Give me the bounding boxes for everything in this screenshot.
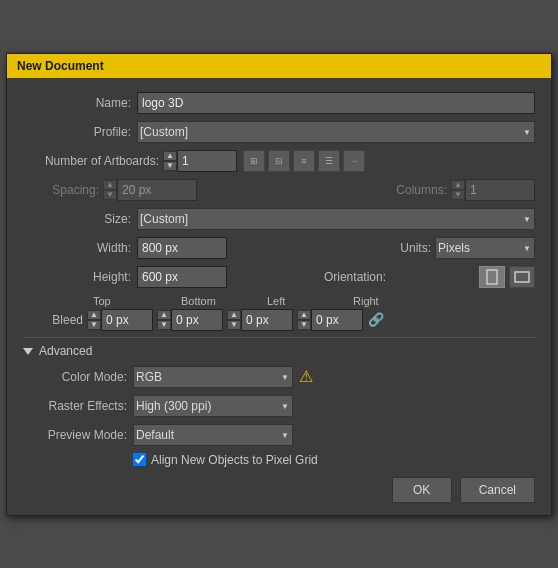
width-input[interactable]: [137, 237, 227, 259]
bleed-right-field: ▲ ▼: [297, 309, 363, 331]
raster-select[interactable]: High (300 ppi) Medium (150 ppi) Screen (…: [133, 395, 293, 417]
artboards-row: Number of Artboards: ▲ ▼ ⊞ ⊟ ≡ ☰ →: [23, 150, 535, 172]
bleed-bottom-stepper: ▲ ▼: [157, 310, 171, 330]
name-row: Name:: [23, 92, 535, 114]
columns-input[interactable]: [465, 179, 535, 201]
preview-row: Preview Mode: Default Pixel Overprint: [23, 424, 535, 446]
cancel-button[interactable]: Cancel: [460, 477, 535, 503]
bleed-link-icon[interactable]: 🔗: [367, 311, 385, 329]
artboards-stepper-btns: ▲ ▼: [163, 151, 177, 171]
bleed-top-down[interactable]: ▼: [87, 320, 101, 330]
spacing-input[interactable]: [117, 179, 197, 201]
profile-select-wrap: [Custom] Web Print: [137, 121, 535, 143]
columns-stepper: ▲ ▼: [451, 179, 535, 201]
arrow-icon[interactable]: →: [343, 150, 365, 172]
name-label: Name:: [23, 96, 131, 110]
columns-up-btn[interactable]: ▲: [451, 180, 465, 190]
divider: [23, 337, 535, 338]
width-label: Width:: [23, 241, 131, 255]
align-checkbox[interactable]: [133, 453, 146, 466]
bleed-top-up[interactable]: ▲: [87, 310, 101, 320]
spacing-stepper: ▲ ▼: [103, 179, 197, 201]
artboards-input[interactable]: [177, 150, 237, 172]
bleed-left-input[interactable]: [241, 309, 293, 331]
advanced-toggle[interactable]: Advanced: [23, 344, 535, 358]
bleed-left-up[interactable]: ▲: [227, 310, 241, 320]
bleed-header-row: Top Bottom Left Right: [23, 295, 535, 307]
bleed-top-field: ▲ ▼: [87, 309, 153, 331]
height-row: Height: Orientation:: [23, 266, 535, 288]
row-icon[interactable]: ≡: [293, 150, 315, 172]
name-input[interactable]: [137, 92, 535, 114]
portrait-btn[interactable]: [479, 266, 505, 288]
bleed-right-stepper: ▲ ▼: [297, 310, 311, 330]
bleed-right-input[interactable]: [311, 309, 363, 331]
profile-row: Profile: [Custom] Web Print: [23, 121, 535, 143]
svg-rect-1: [515, 272, 529, 282]
units-label: Units:: [391, 241, 431, 255]
color-mode-select-wrap: RGB CMYK: [133, 366, 293, 388]
preview-select-wrap: Default Pixel Overprint: [133, 424, 293, 446]
profile-label: Profile:: [23, 125, 131, 139]
bleed-bottom-input[interactable]: [171, 309, 223, 331]
raster-label: Raster Effects:: [23, 399, 127, 413]
artboard-layout-icons: ⊞ ⊟ ≡ ☰ →: [243, 150, 365, 172]
size-row: Size: [Custom] Letter A4: [23, 208, 535, 230]
preview-select[interactable]: Default Pixel Overprint: [133, 424, 293, 446]
bleed-bottom-field: ▲ ▼: [157, 309, 223, 331]
dialog-title: New Document: [7, 54, 551, 78]
align-label[interactable]: Align New Objects to Pixel Grid: [151, 453, 318, 467]
bleed-top-header: Top: [93, 295, 181, 307]
bleed-top-stepper: ▲ ▼: [87, 310, 101, 330]
color-mode-select[interactable]: RGB CMYK: [133, 366, 293, 388]
buttons-row: OK Cancel: [23, 477, 535, 503]
bleed-bottom-down[interactable]: ▼: [157, 320, 171, 330]
bleed-right-header: Right: [353, 295, 439, 307]
spacing-label: Spacing:: [23, 183, 99, 197]
units-select[interactable]: Pixels Inches Centimeters: [435, 237, 535, 259]
bleed-left-field: ▲ ▼: [227, 309, 293, 331]
svg-rect-0: [487, 270, 497, 284]
bleed-bottom-header: Bottom: [181, 295, 267, 307]
ok-button[interactable]: OK: [392, 477, 452, 503]
bleed-left-stepper: ▲ ▼: [227, 310, 241, 330]
bleed-left-header: Left: [267, 295, 353, 307]
bleed-left-down[interactable]: ▼: [227, 320, 241, 330]
advanced-section: Advanced Color Mode: RGB CMYK ⚠ Raster E…: [23, 344, 535, 467]
profile-select[interactable]: [Custom] Web Print: [137, 121, 535, 143]
columns-label: Columns:: [396, 183, 447, 197]
bleed-bottom-up[interactable]: ▲: [157, 310, 171, 320]
size-select-wrap: [Custom] Letter A4: [137, 208, 535, 230]
bleed-right-up[interactable]: ▲: [297, 310, 311, 320]
bleed-right-down[interactable]: ▼: [297, 320, 311, 330]
bleed-top-input[interactable]: [101, 309, 153, 331]
grid-icon[interactable]: ⊞: [243, 150, 265, 172]
spacing-down-btn[interactable]: ▼: [103, 190, 117, 200]
height-input[interactable]: [137, 266, 227, 288]
bleed-label: Bleed: [23, 313, 83, 327]
bleed-inputs-row: Bleed ▲ ▼ ▲ ▼ ▲ ▼: [23, 309, 535, 331]
advanced-label: Advanced: [39, 344, 92, 358]
units-select-wrap: Pixels Inches Centimeters: [435, 237, 535, 259]
preview-label: Preview Mode:: [23, 428, 127, 442]
raster-select-wrap: High (300 ppi) Medium (150 ppi) Screen (…: [133, 395, 293, 417]
size-label: Size:: [23, 212, 131, 226]
artboards-up-btn[interactable]: ▲: [163, 151, 177, 161]
col-icon[interactable]: ☰: [318, 150, 340, 172]
spacing-up-btn[interactable]: ▲: [103, 180, 117, 190]
align-checkbox-row: Align New Objects to Pixel Grid: [133, 453, 535, 467]
color-mode-label: Color Mode:: [23, 370, 127, 384]
spacing-stepper-btns: ▲ ▼: [103, 180, 117, 200]
height-label: Height:: [23, 270, 131, 284]
grid2-icon[interactable]: ⊟: [268, 150, 290, 172]
size-select[interactable]: [Custom] Letter A4: [137, 208, 535, 230]
columns-down-btn[interactable]: ▼: [451, 190, 465, 200]
landscape-btn[interactable]: [509, 266, 535, 288]
advanced-triangle-icon: [23, 348, 33, 355]
new-document-dialog: New Document Name: Profile: [Custom] Web…: [6, 53, 552, 516]
orientation-buttons: [479, 266, 535, 288]
color-mode-row: Color Mode: RGB CMYK ⚠: [23, 366, 535, 388]
raster-row: Raster Effects: High (300 ppi) Medium (1…: [23, 395, 535, 417]
artboards-down-btn[interactable]: ▼: [163, 161, 177, 171]
artboards-stepper: ▲ ▼: [163, 150, 237, 172]
